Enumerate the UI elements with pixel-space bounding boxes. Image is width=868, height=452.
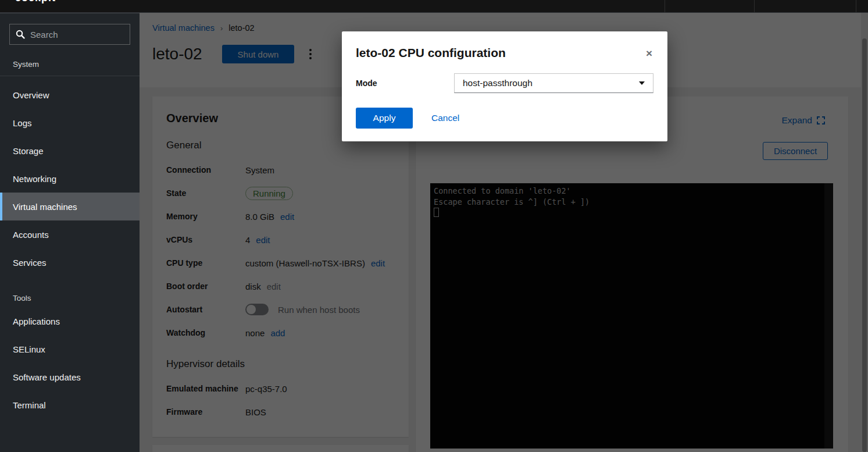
sidebar-item-services[interactable]: Services xyxy=(0,248,140,276)
modal-footer: Apply Cancel xyxy=(356,108,653,129)
nav-list-tools: Applications SELinux Software updates Te… xyxy=(0,307,140,419)
masthead-divider xyxy=(754,0,755,13)
close-icon[interactable]: × xyxy=(646,48,652,59)
mode-label: Mode xyxy=(356,79,454,88)
apply-button[interactable]: Apply xyxy=(356,108,413,129)
sidebar-item-accounts[interactable]: Accounts xyxy=(0,220,140,248)
mode-select[interactable]: host-passthrough xyxy=(454,73,653,93)
sidebar-item-networking[interactable]: Networking xyxy=(0,165,140,193)
nav-group-tools: Tools xyxy=(0,294,140,302)
sidebar-item-selinux[interactable]: SELinux xyxy=(0,335,140,363)
sidebar-item-storage[interactable]: Storage xyxy=(0,137,140,165)
sidebar: System Overview Logs Storage Networking … xyxy=(0,13,140,452)
brand-logo: cockpit xyxy=(15,0,56,3)
cancel-button[interactable]: Cancel xyxy=(431,113,459,123)
mode-select-value: host-passthrough xyxy=(463,78,533,88)
cpu-configuration-modal: leto-02 CPU configuration × Mode host-pa… xyxy=(342,31,667,141)
chevron-down-icon xyxy=(639,81,645,85)
sidebar-item-terminal[interactable]: Terminal xyxy=(0,391,140,419)
nav-group-system: System xyxy=(0,60,140,76)
sidebar-item-logs[interactable]: Logs xyxy=(0,109,140,137)
mode-form-row: Mode host-passthrough xyxy=(356,73,653,94)
modal-title: leto-02 CPU configuration xyxy=(356,45,653,60)
sidebar-item-virtual-machines[interactable]: Virtual machines xyxy=(0,193,140,220)
masthead: cockpit xyxy=(0,0,868,13)
sidebar-item-applications[interactable]: Applications xyxy=(0,307,140,335)
search-input[interactable] xyxy=(30,30,124,40)
search-icon xyxy=(16,30,25,39)
masthead-divider xyxy=(665,0,665,13)
sidebar-item-overview[interactable]: Overview xyxy=(0,81,140,109)
sidebar-search[interactable] xyxy=(9,24,130,45)
sidebar-item-software-updates[interactable]: Software updates xyxy=(0,363,140,391)
masthead-divider xyxy=(856,0,856,13)
nav-list-system: Overview Logs Storage Networking Virtual… xyxy=(0,81,140,276)
